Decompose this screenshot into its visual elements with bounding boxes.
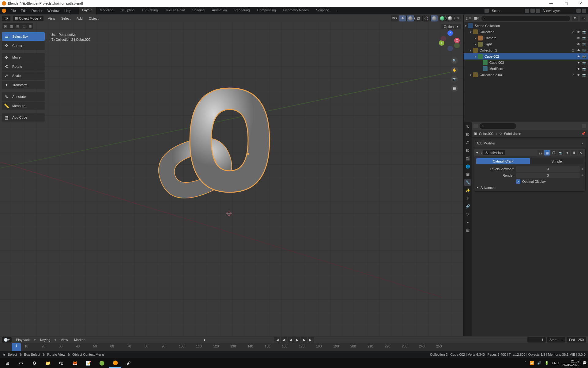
tl-menu-marker[interactable]: Marker — [72, 338, 86, 342]
workspace-tab-scripting[interactable]: Scripting — [312, 7, 333, 14]
subdiv-catmull-button[interactable]: Catmull-Clark — [476, 158, 530, 164]
shading-dropdown[interactable]: ▾ — [455, 15, 462, 21]
tab-scene[interactable]: 🎬 — [464, 155, 471, 162]
outliner-filter-button[interactable]: ⚙ — [572, 16, 578, 21]
menu-window[interactable]: Window — [45, 7, 62, 14]
modifier-on-cage-toggle[interactable]: ⬚ — [537, 150, 543, 155]
workspace-tab-compositing[interactable]: Compositing — [254, 7, 280, 14]
tray-notifications-icon[interactable]: 💬 — [582, 361, 587, 365]
menu-edit[interactable]: Edit — [18, 7, 29, 14]
properties-type-dropdown[interactable] — [473, 124, 478, 128]
modifier-render-toggle[interactable]: 📷 — [558, 150, 563, 155]
levels-render-field[interactable]: 3 — [516, 173, 580, 178]
workspace-tab-animation[interactable]: Animation — [208, 7, 231, 14]
tool-transform[interactable]: ✦Transform — [2, 81, 45, 89]
tb-blender[interactable]: 🟠 — [109, 358, 121, 368]
frame-ruler[interactable]: 1 10203040506070809010011012013014015016… — [0, 343, 588, 351]
modifier-name-field[interactable]: Subdivision — [483, 150, 505, 155]
close-button[interactable]: ✕ — [573, 0, 588, 7]
tb-settings[interactable]: ⚙ — [28, 358, 40, 368]
tab-world[interactable]: 🌐 — [464, 163, 471, 170]
add-modifier-dropdown[interactable]: Add Modifier — [474, 140, 586, 147]
tab-texture[interactable]: ▦ — [464, 227, 471, 234]
subdiv-simple-button[interactable]: Simple — [530, 158, 583, 164]
tool-cursor[interactable]: ✛Cursor — [2, 41, 45, 50]
viewlayer-field[interactable]: View Layer — [541, 8, 575, 13]
tab-tool[interactable]: 🛠 — [464, 123, 471, 130]
tb-firefox[interactable]: 🦊 — [69, 358, 81, 368]
levels-render-anim[interactable] — [582, 174, 583, 176]
properties-search[interactable] — [480, 123, 516, 129]
start-button[interactable]: ⊞ — [1, 358, 13, 368]
modifier-edit-toggle[interactable]: ▤ — [544, 150, 550, 155]
next-key-button[interactable]: |▶ — [301, 337, 307, 343]
tree-item-cube-003[interactable]: Cube.003👁📷 — [464, 59, 588, 66]
timeline-type-dropdown[interactable]: 🕑▾ — [2, 337, 12, 343]
modifier-apply-dropdown[interactable]: ⠿ — [571, 150, 577, 155]
tb-explorer[interactable]: 📁 — [42, 358, 54, 368]
3d-viewport[interactable]: ⬚▾ ▦Object Mode▾ View Select Add Object … — [0, 14, 463, 336]
options-dropdown[interactable]: Options▾ — [441, 24, 461, 29]
overlay-toggle[interactable] — [407, 15, 414, 21]
current-frame-field[interactable]: 1 — [527, 337, 546, 343]
taskview-button[interactable]: ▭ — [15, 358, 27, 368]
tree-item-collection-2[interactable]: ▾Collection 2☑👁📷 — [464, 47, 588, 53]
tool-move[interactable]: ✥Move — [2, 53, 45, 62]
perspective-toggle[interactable]: ▦ — [451, 85, 458, 92]
vp-menu-view[interactable]: View — [46, 17, 57, 20]
tray-lang[interactable]: ENG — [552, 361, 559, 365]
tool-measure[interactable]: 📏Measure — [2, 102, 45, 110]
shading-rendered[interactable] — [447, 15, 454, 21]
breadcrumb-modifier[interactable]: ◇ Subdivision — [499, 132, 521, 136]
tray-wifi-icon[interactable]: 📶 — [530, 361, 534, 365]
pin-icon[interactable]: 📌 — [581, 132, 586, 136]
editor-type-dropdown[interactable]: ⬚▾ — [2, 16, 10, 21]
tree-item-collection-2-001[interactable]: ▾Collection 2.001☑👁📷 — [464, 72, 588, 78]
tab-render[interactable]: 🖼 — [464, 131, 471, 138]
outliner-type-dropdown[interactable]: ⬚▾ — [466, 16, 472, 21]
tool-rotate[interactable]: ⟲Rotate — [2, 62, 45, 71]
mode-dropdown[interactable]: ▦Object Mode▾ — [13, 16, 43, 21]
workspace-tab-sculpting[interactable]: Sculpting — [117, 7, 138, 14]
blender-logo-icon[interactable] — [2, 9, 6, 13]
menu-file[interactable]: File — [8, 7, 18, 14]
viewlayer-delete-button[interactable] — [582, 9, 586, 13]
shading-wireframe[interactable]: ◯ — [423, 15, 430, 21]
vp-menu-add[interactable]: Add — [75, 17, 85, 20]
select-mode-3[interactable]: ▤ — [15, 23, 21, 29]
prev-key-button[interactable]: ◀| — [281, 337, 287, 343]
play-button[interactable]: ▶ — [294, 337, 300, 343]
camera-view-button[interactable]: 📷 — [451, 76, 458, 82]
minimize-button[interactable]: — — [544, 0, 559, 7]
tree-item-camera[interactable]: ▸Camera👁📷 — [464, 35, 588, 41]
scene-delete-button[interactable] — [530, 9, 535, 13]
menu-help[interactable]: Help — [62, 7, 74, 14]
tree-item-light[interactable]: ▸Light👁📷 — [464, 41, 588, 47]
tab-mesh[interactable]: ▽ — [464, 211, 471, 218]
tab-viewlayer[interactable]: 🖼 — [464, 147, 471, 154]
shading-material[interactable] — [439, 15, 446, 21]
tab-physics[interactable]: ⚛ — [464, 195, 471, 202]
outliner-search[interactable] — [481, 16, 570, 21]
maximize-button[interactable]: ▢ — [559, 0, 573, 7]
workspace-tab-geometry-nodes[interactable]: Geometry Nodes — [280, 7, 312, 14]
shading-solid[interactable] — [431, 15, 438, 21]
modifier-extras-dropdown[interactable]: ▾ — [564, 150, 570, 155]
tl-menu-playback[interactable]: Playback — [14, 338, 32, 342]
play-reverse-button[interactable]: ◀ — [288, 337, 294, 343]
tool-annotate[interactable]: ✎Annotate — [2, 92, 45, 101]
tray-sound-icon[interactable]: 🔊 — [537, 361, 541, 365]
tab-modifiers[interactable]: 🔧 — [464, 179, 471, 186]
modifier-delete-button[interactable]: ✕ — [578, 150, 583, 155]
advanced-expander[interactable]: ▸Advanced — [477, 186, 583, 190]
vp-menu-select[interactable]: Select — [59, 17, 73, 20]
workspace-tab-rendering[interactable]: Rendering — [231, 7, 254, 14]
jump-start-button[interactable]: |◀ — [274, 337, 280, 343]
tb-store[interactable]: 🛍 — [55, 358, 67, 368]
tl-menu-keying[interactable]: Keying — [38, 338, 52, 342]
workspace-tab-texture-paint[interactable]: Texture Paint — [161, 7, 188, 14]
optimal-display-checkbox[interactable]: ✓ — [516, 179, 520, 184]
tb-app2[interactable]: 🖌 — [123, 358, 135, 368]
nav-gizmo[interactable]: Z Y X — [440, 32, 460, 51]
tree-item-collection[interactable]: ▾Collection☑👁📷 — [464, 29, 588, 35]
